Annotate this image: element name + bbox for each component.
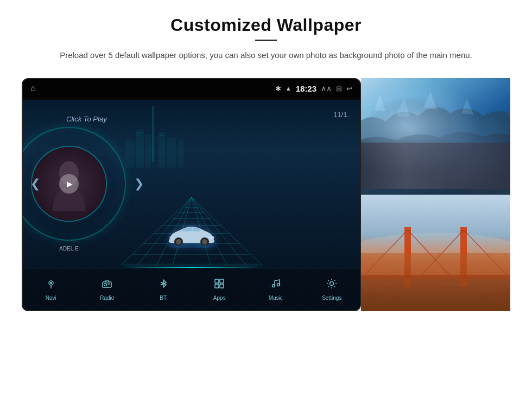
bt-icon <box>157 278 169 293</box>
nav-item-apps[interactable]: Apps <box>192 278 248 301</box>
svg-rect-6 <box>178 140 183 168</box>
page-container: Customized Wallpaper Preload over 5 defa… <box>0 0 532 411</box>
album-art-inner <box>32 147 106 221</box>
svg-rect-0 <box>152 108 154 162</box>
svg-point-34 <box>210 236 214 239</box>
prev-track-button[interactable]: ❮ <box>30 177 40 191</box>
home-icon[interactable]: ⌂ <box>30 84 36 93</box>
date-display: 11/1. <box>333 111 349 119</box>
svg-rect-7 <box>125 140 135 168</box>
thumbnail-bridge <box>361 195 510 311</box>
window-icon[interactable]: ⊟ <box>336 85 342 93</box>
car-image <box>164 218 219 254</box>
title-divider <box>255 40 277 41</box>
apps-icon <box>213 278 225 293</box>
navi-icon <box>45 278 57 293</box>
next-track-button[interactable]: ❯ <box>134 177 144 191</box>
status-bar: ⌂ ✱ ▲ 18:23 ∧∧ ⊟ ↩ <box>23 79 360 98</box>
svg-rect-4 <box>159 132 165 168</box>
svg-rect-2 <box>136 130 144 168</box>
bridge-thumbnail-svg <box>361 195 510 311</box>
svg-rect-3 <box>145 135 151 168</box>
status-time: 18:23 <box>296 84 316 93</box>
svg-rect-52 <box>361 78 510 195</box>
bottom-nav: Navi Radio <box>23 268 360 310</box>
svg-rect-12 <box>163 135 164 136</box>
nav-item-settings[interactable]: Settings <box>304 278 360 301</box>
artist-silhouette <box>47 157 91 211</box>
apps-label: Apps <box>213 295 226 301</box>
car-svg <box>164 218 219 248</box>
radio-svg-icon <box>101 278 113 290</box>
bluetooth-svg-icon <box>157 278 169 290</box>
svg-marker-54 <box>375 94 385 111</box>
svg-point-33 <box>202 239 207 245</box>
svg-marker-56 <box>423 92 437 110</box>
svg-rect-11 <box>160 135 162 136</box>
bluetooth-icon: ✱ <box>275 85 281 93</box>
page-subtitle: Preload over 5 default wallpaper options… <box>60 49 472 62</box>
svg-point-38 <box>50 282 52 284</box>
status-right: ✱ ▲ 18:23 ∧∧ ⊟ ↩ <box>275 84 352 93</box>
location-pin-icon <box>45 278 57 290</box>
ice-thumbnail-svg <box>361 78 510 195</box>
page-title: Customized Wallpaper <box>60 15 472 35</box>
wifi-icon: ▲ <box>286 85 292 92</box>
music-note-icon <box>270 278 282 290</box>
svg-rect-46 <box>220 279 224 283</box>
svg-point-36 <box>167 244 216 248</box>
right-panel <box>361 78 510 311</box>
svg-rect-9 <box>140 132 142 133</box>
navi-label: Navi <box>46 295 56 301</box>
svg-rect-5 <box>167 138 176 168</box>
music-icon <box>270 278 282 293</box>
title-section: Customized Wallpaper Preload over 5 defa… <box>60 15 472 62</box>
car-screen: ⌂ ✱ ▲ 18:23 ∧∧ ⊟ ↩ Click To Play 11/1. <box>22 78 361 311</box>
back-icon[interactable]: ↩ <box>346 85 352 93</box>
music-label: Music <box>269 295 283 301</box>
svg-rect-58 <box>361 195 510 311</box>
expand-icon[interactable]: ∧∧ <box>321 84 332 93</box>
artist-name: ADEL.E <box>59 246 79 252</box>
svg-rect-45 <box>215 279 219 283</box>
svg-point-50 <box>277 284 280 286</box>
svg-marker-55 <box>396 97 410 117</box>
svg-point-29 <box>59 161 79 185</box>
svg-point-51 <box>330 282 334 286</box>
svg-point-49 <box>272 285 275 287</box>
svg-rect-62 <box>460 227 467 287</box>
settings-icon <box>326 278 338 293</box>
svg-point-59 <box>361 233 510 298</box>
svg-point-35 <box>169 236 173 239</box>
nav-item-navi[interactable]: Navi <box>23 278 79 301</box>
thumbnail-ice <box>361 78 510 195</box>
nav-item-radio[interactable]: Radio <box>79 278 136 301</box>
radio-icon <box>101 278 113 293</box>
nav-item-music[interactable]: Music <box>248 278 304 301</box>
svg-rect-60 <box>361 279 510 311</box>
svg-point-31 <box>176 239 181 245</box>
album-art <box>31 146 107 222</box>
nav-item-bt[interactable]: BT <box>135 278 192 301</box>
apps-grid-icon <box>213 278 225 290</box>
svg-rect-48 <box>220 284 224 288</box>
main-display: Click To Play 11/1. <box>23 100 360 268</box>
content-area: ⌂ ✱ ▲ 18:23 ∧∧ ⊟ ↩ Click To Play 11/1. <box>22 78 510 311</box>
svg-marker-57 <box>461 99 473 114</box>
svg-rect-47 <box>215 284 219 288</box>
settings-label: Settings <box>322 295 341 301</box>
radio-label: Radio <box>100 295 114 301</box>
svg-point-40 <box>104 284 107 286</box>
svg-rect-67 <box>361 275 510 279</box>
svg-marker-1 <box>152 105 154 108</box>
bt-label: BT <box>160 295 167 301</box>
svg-rect-53 <box>361 78 510 195</box>
gear-icon <box>326 278 338 290</box>
svg-rect-8 <box>137 132 139 133</box>
svg-rect-61 <box>404 227 411 287</box>
svg-rect-10 <box>137 135 139 136</box>
